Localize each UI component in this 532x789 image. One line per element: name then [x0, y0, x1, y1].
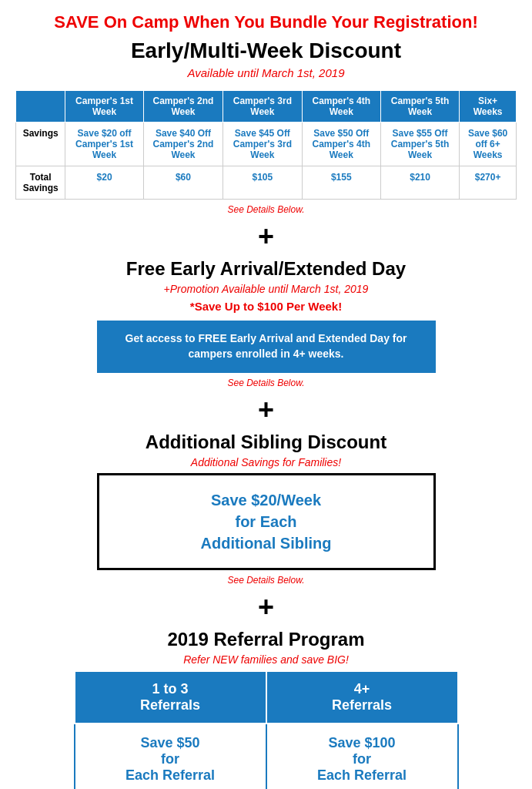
referral-title: 2019 Referral Program: [15, 629, 517, 650]
col-header-empty: [16, 91, 65, 123]
total-4: $155: [302, 166, 380, 200]
discount-table: Camper's 1st Week Camper's 2nd Week Camp…: [15, 90, 517, 200]
referral-table: 1 to 3Referrals 4+Referrals Save $50forE…: [74, 670, 459, 789]
total-5: $210: [380, 166, 459, 200]
available-until: Available until March 1st, 2019: [15, 66, 517, 79]
savings-5: Save $55 Off Camper's 5th Week: [380, 123, 459, 166]
sibling-subtitle: Additional Savings for Families!: [15, 456, 517, 468]
early-arrival-subtitle: +Promotion Available until March 1st, 20…: [15, 283, 517, 295]
col-header-6plus: Six+ Weeks: [460, 91, 517, 123]
col-header-3rd: Camper's 3rd Week: [223, 91, 303, 123]
see-details-3: See Details Below.: [15, 575, 517, 586]
total-3: $105: [223, 166, 303, 200]
sibling-title: Additional Sibling Discount: [15, 431, 517, 453]
col-header-1st: Camper's 1st Week: [65, 91, 144, 123]
main-title: Early/Multi-Week Discount: [15, 39, 517, 63]
sibling-box: Save $20/Weekfor EachAdditional Sibling: [97, 473, 436, 570]
sibling-box-text: Save $20/Weekfor EachAdditional Sibling: [201, 492, 332, 552]
savings-6: Save $60 off 6+ Weeks: [460, 123, 517, 166]
referral-subtitle: Refer NEW families and save BIG!: [15, 653, 517, 666]
col-header-5th: Camper's 5th Week: [380, 91, 459, 123]
col-header-4th: Camper's 4th Week: [302, 91, 380, 123]
savings-label: Savings: [16, 123, 65, 166]
savings-2: Save $40 Off Camper's 2nd Week: [143, 123, 223, 166]
total-2: $60: [143, 166, 223, 200]
col-header-2nd: Camper's 2nd Week: [143, 91, 223, 123]
early-arrival-title: Free Early Arrival/Extended Day: [15, 258, 517, 280]
top-banner: SAVE On Camp When You Bundle Your Regist…: [15, 12, 517, 32]
see-details-1: See Details Below.: [15, 204, 517, 215]
plus-divider-3: +: [15, 593, 517, 621]
referral-col1-value: Save $50forEach Referral: [75, 724, 266, 789]
early-arrival-box: Get access to FREE Early Arrival and Ext…: [97, 321, 436, 372]
referral-col2-header: 4+Referrals: [266, 671, 458, 724]
savings-1: Save $20 off Camper's 1st Week: [65, 123, 144, 166]
savings-3: Save $45 Off Camper's 3rd Week: [223, 123, 303, 166]
referral-col1-header: 1 to 3Referrals: [75, 671, 266, 724]
early-arrival-save: *Save Up to $100 Per Week!: [15, 300, 517, 313]
total-6: $270+: [460, 166, 517, 200]
see-details-2: See Details Below.: [15, 378, 517, 388]
referral-col2-value: Save $100forEach Referral: [266, 724, 458, 789]
total-1: $20: [65, 166, 144, 200]
total-savings-label: Total Savings: [16, 166, 65, 200]
plus-divider-1: +: [15, 223, 517, 250]
plus-divider-2: +: [15, 396, 517, 424]
savings-4: Save $50 Off Camper's 4th Week: [302, 123, 380, 166]
